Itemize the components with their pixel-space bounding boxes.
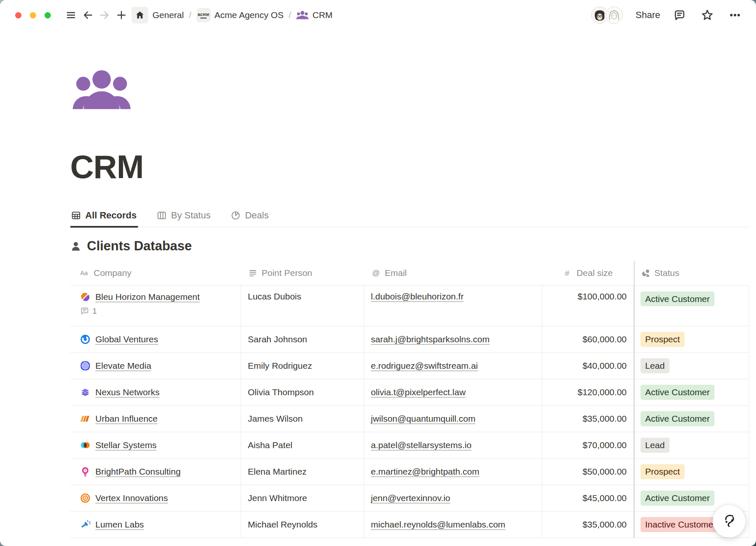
- database-title-text[interactable]: Clients Database: [87, 239, 192, 254]
- favorite-button[interactable]: [699, 7, 716, 24]
- point-person-cell[interactable]: Olivia Thompson: [241, 379, 364, 405]
- home-button[interactable]: [131, 7, 148, 24]
- email-link[interactable]: a.patel@stellarsystems.io: [371, 440, 472, 450]
- email-cell[interactable]: olivia.t@pixelperfect.law: [364, 379, 542, 405]
- status-badge[interactable]: Lead: [640, 358, 669, 373]
- status-cell[interactable]: Active Customer: [634, 406, 749, 432]
- table-row[interactable]: Vertex InnovationsJenn Whitmorejenn@vert…: [70, 485, 749, 512]
- status-badge[interactable]: Active Customer: [640, 385, 714, 399]
- status-badge[interactable]: Inactive Customer: [640, 517, 721, 532]
- deal-size-cell[interactable]: $60,000.00: [542, 326, 634, 352]
- new-page-button[interactable]: [113, 7, 130, 24]
- table-row[interactable]: TBrightPath ConsultingElena Martineze.ma…: [70, 459, 749, 485]
- point-person-cell[interactable]: Aisha Patel: [241, 432, 364, 458]
- email-link[interactable]: jenn@vertexinnov.io: [371, 493, 450, 503]
- comments-button[interactable]: [671, 7, 688, 24]
- email-link[interactable]: sarah.j@brightsparksolns.com: [371, 334, 490, 344]
- status-badge[interactable]: Active Customer: [640, 291, 714, 306]
- company-cell[interactable]: Lumen Labs: [70, 512, 241, 538]
- company-link[interactable]: Global Ventures: [95, 334, 158, 344]
- company-link[interactable]: Vertex Innovations: [95, 493, 168, 503]
- company-link[interactable]: Bleu Horizon Management: [95, 292, 200, 302]
- status-cell[interactable]: Active Customer: [634, 379, 749, 405]
- table-row[interactable]: Bleu Horizon Management1Lucas Duboisl.du…: [70, 286, 749, 326]
- email-link[interactable]: michael.reynolds@lumenlabs.com: [371, 520, 505, 530]
- email-cell[interactable]: jwilson@quantumquill.com: [364, 406, 542, 432]
- deal-size-cell[interactable]: $50,000.00: [542, 459, 634, 485]
- point-person-cell[interactable]: Sarah Johnson: [241, 326, 364, 352]
- email-cell[interactable]: e.martinez@brightpath.com: [364, 459, 542, 485]
- deal-size-cell[interactable]: $45,000.00: [542, 485, 634, 511]
- point-person-cell[interactable]: Emily Rodriguez: [241, 353, 364, 379]
- table-row[interactable]: Lumen LabsMichael Reynoldsmichael.reynol…: [70, 512, 749, 538]
- table-row[interactable]: Nexus NetworksOlivia Thompsonolivia.t@pi…: [70, 379, 749, 406]
- point-person-cell[interactable]: Lucas Dubois: [241, 286, 364, 326]
- breadcrumb-item-general[interactable]: General: [152, 10, 184, 20]
- column-header-status[interactable]: Status: [634, 261, 749, 285]
- company-cell[interactable]: Urban Influence: [70, 406, 241, 432]
- status-cell[interactable]: Prospect: [634, 326, 749, 352]
- email-cell[interactable]: jenn@vertexinnov.io: [364, 485, 542, 511]
- breadcrumb-item-crm[interactable]: CRM: [296, 10, 333, 20]
- table-row[interactable]: Urban InfluenceJames Wilsonjwilson@quant…: [70, 406, 749, 432]
- email-cell[interactable]: e.rodriguez@swiftstream.ai: [364, 353, 542, 379]
- company-cell[interactable]: Stellar Systems: [70, 432, 241, 458]
- email-cell[interactable]: a.patel@stellarsystems.io: [364, 432, 542, 458]
- sidebar-toggle-button[interactable]: [63, 7, 79, 24]
- status-badge[interactable]: Prospect: [640, 332, 685, 346]
- company-link[interactable]: Urban Influence: [95, 414, 158, 424]
- deal-size-cell[interactable]: $120,000.00: [542, 379, 634, 405]
- status-badge[interactable]: Active Customer: [640, 411, 714, 426]
- company-cell[interactable]: Nexus Networks: [70, 379, 241, 405]
- status-cell[interactable]: Lead: [634, 432, 749, 458]
- tab-all-records[interactable]: All Records: [70, 210, 138, 227]
- status-cell[interactable]: Active Customer: [634, 286, 749, 326]
- notion-ai-button[interactable]: [713, 505, 746, 538]
- breadcrumb-item-workspace[interactable]: acme Acme Agency OS: [197, 8, 284, 22]
- email-link[interactable]: e.martinez@brightpath.com: [371, 467, 479, 477]
- deal-size-cell[interactable]: $35,000.00: [542, 406, 634, 432]
- column-header-company[interactable]: Aa Company: [70, 261, 241, 285]
- minimize-window-button[interactable]: [30, 12, 36, 18]
- close-window-button[interactable]: [15, 12, 21, 18]
- deal-size-cell[interactable]: $70,000.00: [542, 432, 634, 458]
- page-title[interactable]: CRM: [70, 150, 749, 183]
- table-row[interactable]: Stellar SystemsAisha Patela.patel@stella…: [70, 432, 749, 459]
- comment-count[interactable]: 1: [80, 306, 97, 316]
- point-person-cell[interactable]: Jenn Whitmore: [241, 485, 364, 511]
- deal-size-cell[interactable]: $35,000.00: [542, 512, 634, 538]
- status-badge[interactable]: Active Customer: [640, 491, 714, 505]
- point-person-cell[interactable]: James Wilson: [241, 406, 364, 432]
- column-header-point-person[interactable]: Point Person: [241, 261, 364, 285]
- column-resize-divider[interactable]: [634, 261, 635, 538]
- deal-size-cell[interactable]: $100,000.00: [542, 286, 634, 326]
- company-link[interactable]: Lumen Labs: [95, 520, 144, 530]
- point-person-cell[interactable]: Michael Reynolds: [241, 512, 364, 538]
- collaborator-avatars[interactable]: [590, 5, 624, 25]
- email-link[interactable]: olivia.t@pixelperfect.law: [371, 387, 466, 397]
- table-row[interactable]: Elevate MediaEmily Rodrigueze.rodriguez@…: [70, 353, 749, 379]
- company-cell[interactable]: Elevate Media: [70, 353, 241, 379]
- column-header-email[interactable]: @ Email: [364, 261, 542, 285]
- email-link[interactable]: e.rodriguez@swiftstream.ai: [371, 361, 478, 371]
- email-cell[interactable]: sarah.j@brightsparksolns.com: [364, 326, 542, 352]
- company-link[interactable]: Stellar Systems: [95, 440, 157, 450]
- company-cell[interactable]: Global Ventures: [70, 326, 241, 352]
- company-link[interactable]: Elevate Media: [95, 361, 151, 371]
- share-button[interactable]: Share: [635, 10, 660, 21]
- email-link[interactable]: jwilson@quantumquill.com: [371, 414, 475, 424]
- company-cell[interactable]: TBrightPath Consulting: [70, 459, 241, 485]
- company-link[interactable]: BrightPath Consulting: [95, 467, 181, 477]
- more-options-button[interactable]: [727, 7, 743, 24]
- forward-button[interactable]: [96, 7, 113, 24]
- back-button[interactable]: [79, 7, 96, 24]
- company-cell[interactable]: Bleu Horizon Management1: [70, 286, 241, 326]
- email-link[interactable]: l.dubois@bleuhorizon.fr: [371, 291, 464, 302]
- company-cell[interactable]: Vertex Innovations: [70, 485, 241, 511]
- company-link[interactable]: Nexus Networks: [95, 387, 160, 397]
- column-header-deal-size[interactable]: # Deal size: [542, 261, 634, 285]
- status-cell[interactable]: Prospect: [634, 459, 749, 485]
- deal-size-cell[interactable]: $40,000.00: [542, 353, 634, 379]
- table-row[interactable]: Global VenturesSarah Johnsonsarah.j@brig…: [70, 326, 749, 353]
- point-person-cell[interactable]: Elena Martinez: [241, 459, 364, 485]
